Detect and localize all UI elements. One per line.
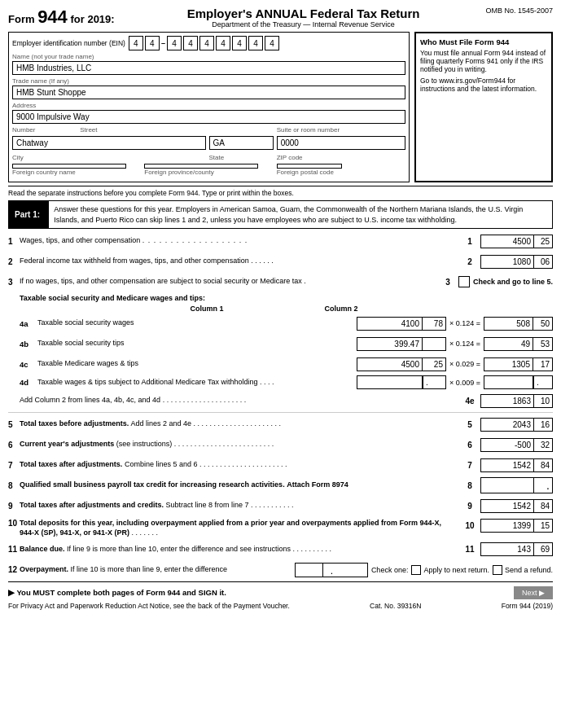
line-4a-col2: 508 50 — [484, 317, 553, 331]
line-11-desc: Balance due. If line 9 is more than line… — [20, 545, 461, 555]
line-8-dollars[interactable] — [481, 478, 534, 493]
address-street-row: Address 9000 Impulsive Way — [12, 102, 405, 124]
line-5-cents[interactable]: 16 — [534, 419, 552, 431]
trade-name-input[interactable]: HMB Stunt Shoppe — [12, 86, 405, 99]
line-4e-dollars[interactable]: 1863 — [481, 395, 534, 407]
line-4e-cents[interactable]: 10 — [534, 395, 552, 407]
line-4c-col2-dollars[interactable]: 1305 — [484, 358, 533, 371]
line-4b-col2-cents[interactable]: 53 — [533, 338, 552, 350]
line-12-option2-area: Send a refund. — [493, 565, 553, 575]
line-4b-col1-cents[interactable] — [423, 338, 445, 350]
line-4a-col2-cents[interactable]: 50 — [533, 318, 552, 330]
instructions-line: Read the separate instructions before yo… — [8, 186, 553, 197]
line-8: 8 Qualified small business payroll tax c… — [8, 476, 553, 494]
line-12-option2-label: Send a refund. — [505, 566, 553, 574]
line-6: 6 Current year's adjustments (see instru… — [8, 436, 553, 454]
line-4d-col2: . — [484, 375, 553, 389]
name-input[interactable]: HMB Industries, LLC — [12, 61, 405, 75]
next-button[interactable]: Next ▶ — [514, 586, 553, 599]
city-field: Chatway — [12, 135, 206, 150]
line-12-refund-checkbox[interactable] — [493, 565, 502, 575]
line-6-cents[interactable]: 32 — [534, 439, 552, 451]
line-10-dollars[interactable]: 1399 — [481, 520, 534, 532]
line-10-cents[interactable]: 15 — [534, 520, 552, 532]
line-4d-col1-cents[interactable]: . — [423, 376, 445, 388]
state-field: GA — [209, 135, 274, 150]
line-2-cents[interactable]: 06 — [534, 256, 552, 268]
ein-box-3[interactable]: 4 — [167, 36, 182, 50]
line-6-amount: -500 32 — [480, 438, 553, 452]
line-4d-col2-dollars[interactable] — [484, 376, 533, 388]
line-6-dollars[interactable]: -500 — [481, 439, 534, 451]
line-1-cents[interactable]: 25 — [534, 235, 552, 248]
line-4a-col1-dollars[interactable]: 4100 — [357, 318, 423, 330]
line-3-desc: If no wages, tips, and other compensatio… — [20, 277, 439, 287]
line-11-dollars[interactable]: 143 — [481, 543, 534, 555]
line-4c-col1-cents[interactable]: 25 — [423, 358, 445, 371]
line-6-number: 6 — [8, 441, 20, 450]
state-input[interactable]: GA — [209, 136, 274, 150]
line-4a-col1-cents[interactable]: 78 — [423, 318, 445, 330]
line-7-number: 7 — [8, 461, 20, 470]
line-4a-col2-dollars[interactable]: 508 — [484, 318, 533, 330]
line-1-amount: 4500 25 — [480, 235, 553, 248]
line-4c-desc: Taxable Medicare wages & tips — [37, 359, 357, 369]
line-3-checkbox[interactable] — [458, 276, 470, 287]
line-4c-col1-dollars[interactable]: 4500 — [357, 358, 423, 371]
zip-input[interactable]: 0000 — [277, 136, 405, 150]
line-4d-num: 4d — [20, 378, 37, 387]
ein-box-5[interactable]: 4 — [199, 36, 214, 50]
line-11-amount: 143 69 — [480, 542, 553, 556]
line-4b-col2-dollars[interactable]: 49 — [484, 338, 533, 350]
line-4d-col1-dollars[interactable] — [357, 376, 423, 388]
must-complete-text: ▶ You MUST complete both pages of Form 9… — [8, 585, 514, 597]
form-footer: Form 944 (2019) — [502, 602, 553, 610]
line-4c-col2-cents[interactable]: 17 — [533, 358, 552, 371]
ein-box-4[interactable]: 4 — [183, 36, 198, 50]
line-12-apply-checkbox[interactable] — [411, 565, 421, 575]
address-street-input[interactable]: 9000 Impulsive Way — [12, 110, 405, 124]
line-9-dollars[interactable]: 1542 — [481, 500, 534, 512]
line-12-dollars[interactable] — [296, 564, 324, 577]
col2-header: Column 2 — [300, 305, 382, 313]
ein-box-9[interactable]: 4 — [265, 36, 279, 50]
form-department: Department of the Treasury — Internal Re… — [121, 20, 486, 29]
line-12-cents[interactable] — [340, 564, 367, 577]
number-sublabel: Number — [12, 126, 77, 134]
line-8-cents[interactable]: . — [534, 478, 552, 493]
name-row: Name (not your trade name) HMB Industrie… — [12, 53, 405, 75]
line-10-number: 10 — [8, 519, 20, 528]
foreign-country-field: Foreign country name — [12, 163, 141, 176]
line-7-dollars[interactable]: 1542 — [481, 459, 534, 471]
line-1-dollars[interactable]: 4500 — [481, 235, 534, 248]
line-5-dollars[interactable]: 2043 — [481, 419, 534, 431]
line-4d-col2-cents[interactable]: . — [533, 376, 552, 388]
line-5-desc: Total taxes before adjustments. Add line… — [20, 419, 461, 429]
line-12-number: 12 — [8, 565, 20, 574]
privacy-text: For Privacy Act and Paperwork Reduction … — [8, 602, 290, 610]
line-9-number: 9 — [8, 502, 20, 511]
ein-box-1[interactable]: 4 — [129, 36, 143, 50]
line-11-cents[interactable]: 69 — [534, 543, 552, 555]
line-10-right-num: 10 — [461, 521, 479, 530]
line-7-cents[interactable]: 84 — [534, 459, 552, 471]
suite-sublabel: Suite or room number — [277, 126, 405, 134]
cat-number: Cat. No. 39316N — [370, 602, 421, 610]
line-4b-col1-dollars[interactable]: 399.47 — [357, 338, 423, 350]
ein-box-8[interactable]: 4 — [248, 36, 263, 50]
ein-box-6[interactable]: 4 — [216, 36, 230, 50]
city-input[interactable]: Chatway — [12, 136, 206, 150]
line-12-option1-label: Apply to next return. — [423, 566, 489, 574]
line-4e-amount: 1863 10 — [480, 394, 553, 408]
zip-field: 0000 — [277, 135, 405, 150]
line-2-dollars[interactable]: 1080 — [481, 256, 534, 268]
line-4d: 4d Taxable wages & tips subject to Addit… — [20, 375, 553, 389]
ein-box-2[interactable]: 4 — [145, 36, 160, 50]
ein-box-7[interactable]: 4 — [232, 36, 247, 50]
line-4b-col1: 399.47 — [357, 337, 446, 351]
line-4a-multiplier: × 0.124 = — [449, 319, 480, 327]
line-9-cents[interactable]: 84 — [534, 500, 552, 512]
ein-row: Employer identification number (EIN) 4 4… — [12, 36, 405, 50]
line-4c-col1: 4500 25 — [357, 357, 446, 371]
line-4e: Add Column 2 from lines 4a, 4b, 4c, and … — [8, 392, 553, 410]
